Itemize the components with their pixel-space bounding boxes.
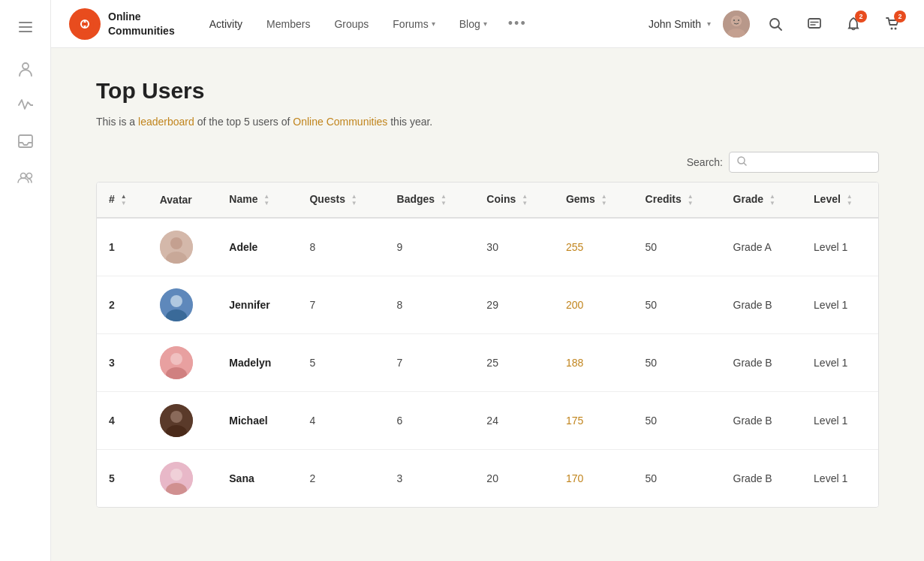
col-rank[interactable]: # ▲▼ bbox=[97, 182, 148, 218]
nav-forums[interactable]: Forums ▾ bbox=[382, 12, 445, 36]
level-cell: Level 1 bbox=[802, 276, 878, 333]
gems-cell: 188 bbox=[554, 333, 634, 391]
credits-cell: 50 bbox=[634, 218, 721, 276]
table-row: 3 Madelyn 5 7 25 188 50 Grade B Level 1 bbox=[97, 333, 878, 391]
svg-point-29 bbox=[170, 411, 182, 423]
rank-cell: 1 bbox=[97, 218, 148, 276]
nav-more[interactable]: ••• bbox=[501, 10, 534, 38]
svg-point-26 bbox=[170, 353, 182, 365]
nav-links: Activity Members Groups Forums ▾ Blog ▾ … bbox=[199, 10, 649, 38]
col-badges[interactable]: Badges ▲▼ bbox=[385, 182, 475, 218]
search-nav-button[interactable] bbox=[762, 11, 789, 38]
rank-cell: 2 bbox=[97, 276, 148, 333]
user-avatar bbox=[160, 346, 193, 379]
brand: Online Communities bbox=[69, 8, 175, 40]
nav-activity[interactable]: Activity bbox=[199, 12, 253, 36]
svg-rect-15 bbox=[808, 19, 820, 28]
credits-cell: 50 bbox=[634, 449, 721, 507]
forums-dropdown-icon: ▾ bbox=[432, 20, 435, 28]
badges-cell: 7 bbox=[385, 333, 475, 391]
svg-rect-2 bbox=[19, 31, 32, 32]
quests-cell: 2 bbox=[297, 449, 384, 507]
search-input[interactable] bbox=[751, 156, 871, 168]
col-credits[interactable]: Credits ▲▼ bbox=[634, 182, 721, 218]
badges-cell: 6 bbox=[385, 391, 475, 449]
level-cell: Level 1 bbox=[802, 391, 878, 449]
avatar-cell bbox=[148, 276, 218, 333]
name-cell: Adele bbox=[217, 218, 297, 276]
col-quests[interactable]: Quests ▲▼ bbox=[297, 182, 384, 218]
user-info[interactable]: John Smith ▾ bbox=[649, 18, 711, 30]
grade-cell: Grade A bbox=[721, 218, 802, 276]
svg-point-3 bbox=[23, 63, 29, 69]
quests-cell: 7 bbox=[297, 276, 384, 333]
table-row: 5 Sana 2 3 20 170 50 Grade B Level 1 bbox=[97, 449, 878, 507]
leaderboard-table: # ▲▼ Avatar Name ▲▼ Quests ▲▼ Badges ▲▼ … bbox=[97, 182, 878, 507]
leaderboard-link[interactable]: leaderboard bbox=[138, 116, 194, 128]
grade-cell: Grade B bbox=[721, 333, 802, 391]
col-coins[interactable]: Coins ▲▼ bbox=[474, 182, 554, 218]
page-content: Top Users This is a leaderboard of the t… bbox=[51, 48, 924, 561]
badges-cell: 3 bbox=[385, 449, 475, 507]
user-name: John Smith bbox=[649, 18, 701, 30]
col-level[interactable]: Level ▲▼ bbox=[802, 182, 878, 218]
nav-blog[interactable]: Blog ▾ bbox=[449, 12, 498, 36]
cart-badge: 2 bbox=[894, 11, 906, 23]
rank-cell: 3 bbox=[97, 333, 148, 391]
user-avatar-navbar[interactable] bbox=[723, 11, 750, 38]
rank-cell: 5 bbox=[97, 449, 148, 507]
grade-cell: Grade B bbox=[721, 391, 802, 449]
name-cell: Michael bbox=[217, 391, 297, 449]
sidebar-inbox-icon[interactable] bbox=[11, 126, 41, 156]
notifications-badge: 2 bbox=[855, 11, 867, 23]
avatar-cell bbox=[148, 218, 218, 276]
credits-cell: 50 bbox=[634, 391, 721, 449]
nav-members[interactable]: Members bbox=[256, 12, 321, 36]
svg-point-13 bbox=[738, 20, 739, 21]
svg-point-14 bbox=[770, 19, 779, 28]
blog-dropdown-icon: ▾ bbox=[483, 20, 487, 28]
col-grade[interactable]: Grade ▲▼ bbox=[721, 182, 802, 218]
gems-cell: 255 bbox=[554, 218, 634, 276]
col-name[interactable]: Name ▲▼ bbox=[217, 182, 297, 218]
search-icon bbox=[737, 156, 747, 168]
svg-point-20 bbox=[170, 237, 182, 249]
online-communities-link[interactable]: Online Communities bbox=[293, 116, 387, 128]
sidebar-user-icon[interactable] bbox=[11, 54, 41, 84]
user-avatar bbox=[160, 462, 193, 495]
sidebar bbox=[0, 0, 51, 561]
user-avatar bbox=[160, 288, 193, 321]
notifications-button[interactable]: 2 bbox=[840, 11, 867, 38]
badges-cell: 9 bbox=[385, 218, 475, 276]
page-subtitle: This is a leaderboard of the top 5 users… bbox=[96, 116, 879, 128]
name-cell: Sana bbox=[217, 449, 297, 507]
sidebar-activity-icon[interactable] bbox=[11, 90, 41, 120]
main-wrapper: Online Communities Activity Members Grou… bbox=[51, 0, 924, 561]
table-row: 1 Adele 8 9 30 255 50 Grade A Level 1 bbox=[97, 218, 878, 276]
sidebar-menu-toggle[interactable] bbox=[11, 12, 41, 42]
search-label: Search: bbox=[687, 156, 723, 168]
sidebar-groups-icon[interactable] bbox=[11, 162, 41, 192]
nav-groups[interactable]: Groups bbox=[324, 12, 379, 36]
cart-button[interactable]: 2 bbox=[879, 11, 906, 38]
user-dropdown-icon: ▾ bbox=[707, 20, 711, 28]
grade-cell: Grade B bbox=[721, 276, 802, 333]
user-avatar bbox=[160, 231, 193, 264]
quests-cell: 5 bbox=[297, 333, 384, 391]
credits-cell: 50 bbox=[634, 276, 721, 333]
navbar: Online Communities Activity Members Grou… bbox=[51, 0, 924, 48]
avatar-cell bbox=[148, 449, 218, 507]
quests-cell: 8 bbox=[297, 218, 384, 276]
table-row: 4 Michael 4 6 24 175 50 Grade B Level 1 bbox=[97, 391, 878, 449]
table-wrapper: # ▲▼ Avatar Name ▲▼ Quests ▲▼ Badges ▲▼ … bbox=[96, 182, 879, 508]
svg-point-7 bbox=[76, 15, 94, 33]
col-gems[interactable]: Gems ▲▼ bbox=[554, 182, 634, 218]
svg-rect-1 bbox=[19, 26, 32, 28]
avatar-cell bbox=[148, 333, 218, 391]
col-avatar: Avatar bbox=[148, 182, 218, 218]
brand-logo bbox=[69, 8, 101, 40]
svg-point-17 bbox=[895, 27, 897, 29]
credits-cell: 50 bbox=[634, 333, 721, 391]
gems-cell: 170 bbox=[554, 449, 634, 507]
messages-nav-button[interactable] bbox=[801, 11, 828, 38]
